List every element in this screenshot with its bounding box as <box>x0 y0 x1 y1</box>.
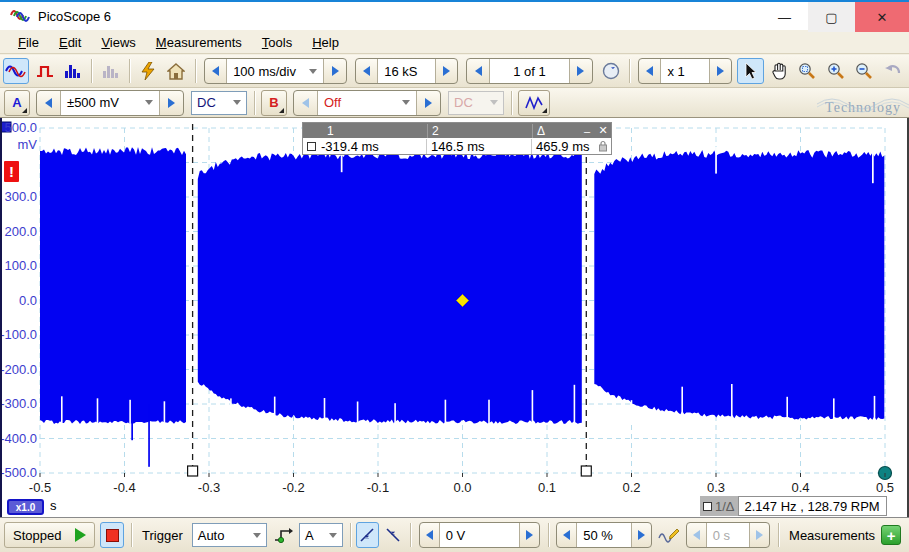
samples-field[interactable]: 16 kS <box>377 59 436 83</box>
close-button[interactable]: ✕ <box>855 2 909 32</box>
zoom-in-tool[interactable] <box>823 58 849 84</box>
ruler-checkbox[interactable] <box>307 142 316 151</box>
zoom-in-icon <box>827 62 845 80</box>
trigger-mode-dropdown[interactable]: Auto <box>192 523 268 547</box>
y-axis-unit: mV <box>18 137 38 152</box>
time-ruler-handle-1[interactable] <box>188 466 198 476</box>
level-increase-button[interactable] <box>520 523 539 547</box>
channel-a-range-control: ±500 mV <box>36 90 184 116</box>
buffer-next-button[interactable] <box>570 59 591 83</box>
trigger-source-dropdown[interactable]: A <box>299 523 343 547</box>
trigger-level-field[interactable]: 0 V <box>439 523 520 547</box>
channel-a-options-button[interactable]: A <box>4 90 30 116</box>
waveform-notch-top <box>872 147 874 183</box>
menu-item-help[interactable]: Help <box>302 33 349 52</box>
overrange-warning-icon: ! <box>4 161 19 182</box>
trigger-marker-button[interactable] <box>271 522 295 548</box>
buffer-overview-button[interactable] <box>598 58 624 84</box>
range-a-decrease-button[interactable] <box>37 91 60 115</box>
x-axis-label: -0.1 <box>367 480 389 495</box>
waveform-dropout <box>631 400 633 422</box>
channel-b-options-button[interactable]: B <box>261 90 287 116</box>
x-axis-label: 0.0 <box>453 480 471 495</box>
maximize-button[interactable]: ▢ <box>808 2 855 32</box>
samples-increase-button[interactable] <box>436 59 457 83</box>
pretrigger-decrease-button[interactable] <box>557 523 576 547</box>
ruler-legend[interactable]: 1 2 Δ – ✕ -319.4 ms 146.5 ms 465.9 ms <box>302 122 612 155</box>
y-axis-label: 200.0 <box>4 224 37 239</box>
waveform-channel-a <box>594 150 884 420</box>
zoom-decrease-button[interactable] <box>639 59 660 83</box>
timebase-decrease-button[interactable] <box>205 59 227 83</box>
home-button[interactable] <box>163 58 189 84</box>
zoom-value: x 1 <box>667 64 684 79</box>
legend-close-button[interactable]: ✕ <box>595 124 611 137</box>
scope-view-button[interactable] <box>3 58 29 84</box>
start-stop-button[interactable]: Stopped <box>4 522 95 548</box>
menu-item-edit[interactable]: Edit <box>49 33 91 52</box>
x-axis-label: -0.2 <box>282 480 304 495</box>
range-a-increase-button[interactable] <box>160 91 183 115</box>
menu-item-measurements[interactable]: Measurements <box>146 33 252 52</box>
undo-zoom-button-disabled <box>880 58 906 84</box>
delay-increase-button <box>750 523 769 547</box>
buffer-navigation: 1 of 1 <box>466 58 592 84</box>
buffer-position-field[interactable]: 1 of 1 <box>489 59 570 83</box>
hand-icon <box>771 62 787 80</box>
waveform-dropout <box>129 400 131 426</box>
zoom-selection-tool[interactable] <box>794 58 820 84</box>
samples-decrease-button[interactable] <box>356 59 377 83</box>
separator <box>129 59 130 83</box>
zoom-field[interactable]: x 1 <box>660 59 709 83</box>
waveform-notch-top <box>715 147 717 174</box>
legend-minimize-button[interactable]: – <box>579 125 595 137</box>
spectrum-view-button[interactable] <box>60 58 86 84</box>
samples-value: 16 kS <box>384 64 417 79</box>
scope-view: -0.5-0.4-0.3-0.2-0.10.00.10.20.30.40.550… <box>0 118 909 517</box>
minimize-button[interactable]: — <box>761 2 808 32</box>
frequency-checkbox[interactable] <box>703 502 712 511</box>
normal-selection-tool[interactable] <box>737 58 763 84</box>
menu-item-file[interactable]: File <box>8 33 49 52</box>
level-decrease-button[interactable] <box>420 523 439 547</box>
zoom-out-tool[interactable] <box>851 58 877 84</box>
waveform-dropout <box>61 396 63 426</box>
range-a-dropdown[interactable]: ±500 mV <box>60 91 160 115</box>
range-b-increase-button[interactable] <box>417 91 440 115</box>
waveform-dropout <box>731 384 733 422</box>
adjust-waveform-button[interactable] <box>657 522 681 548</box>
add-measurement-button[interactable]: + <box>881 525 901 545</box>
hand-tool[interactable] <box>766 58 792 84</box>
scope-plot[interactable]: -0.5-0.4-0.3-0.2-0.10.00.10.20.30.40.550… <box>0 118 909 517</box>
timebase-increase-button[interactable] <box>324 59 346 83</box>
coupling-a-dropdown[interactable]: DC <box>191 91 247 115</box>
falling-edge-button[interactable] <box>381 522 405 548</box>
time-ruler-handle-2[interactable] <box>581 466 591 476</box>
range-b-dropdown[interactable]: Off <box>317 91 417 115</box>
buffer-previous-button[interactable] <box>467 59 488 83</box>
axis-zoom-badge[interactable]: x1.0 <box>7 499 44 515</box>
menu-item-views[interactable]: Views <box>91 33 145 52</box>
ruler1-column-header: 1 <box>303 124 428 138</box>
rising-edge-icon <box>358 526 376 544</box>
delta-column-header: Δ <box>533 124 579 138</box>
x-axis-label: 0.1 <box>538 480 556 495</box>
menu-item-tools[interactable]: Tools <box>252 33 302 52</box>
persistence-view-button[interactable] <box>31 58 57 84</box>
timebase-dropdown[interactable]: 100 ms/div <box>226 59 324 83</box>
pretrigger-field[interactable]: 50 % <box>576 523 632 547</box>
stop-icon <box>106 529 119 542</box>
range-b-decrease-button[interactable] <box>294 91 317 115</box>
corner-triangle-icon <box>22 108 27 113</box>
signal-generator-button[interactable] <box>518 90 550 116</box>
rising-edge-button[interactable] <box>356 522 380 548</box>
pretrigger-increase-button[interactable] <box>632 523 651 547</box>
trigger-source-value: A <box>305 528 314 543</box>
stop-button[interactable] <box>100 522 124 548</box>
auto-setup-button[interactable] <box>135 58 161 84</box>
timebase-control: 100 ms/div <box>204 58 347 84</box>
lock-icon[interactable] <box>598 140 608 152</box>
zoom-increase-button[interactable] <box>710 59 731 83</box>
app-icon <box>10 7 30 25</box>
waveform-dropout <box>681 387 683 423</box>
